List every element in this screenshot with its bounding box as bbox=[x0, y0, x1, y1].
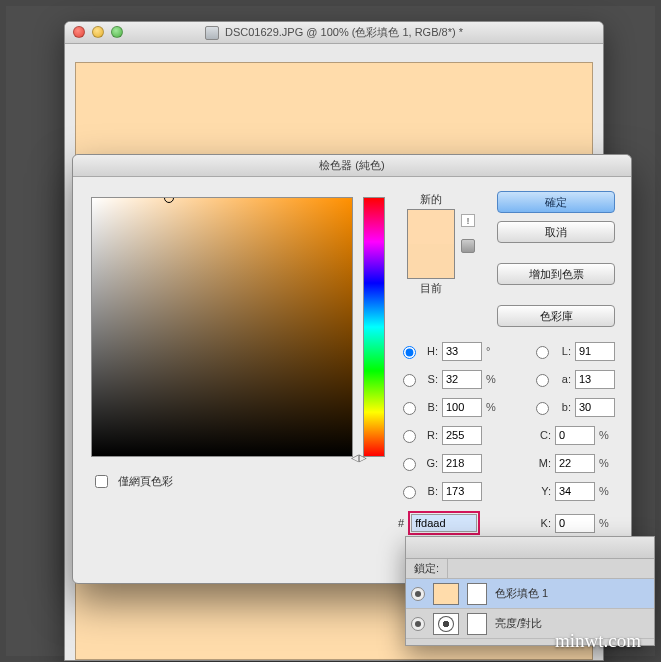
web-colors-only-input[interactable] bbox=[95, 475, 108, 488]
radio-h[interactable] bbox=[403, 346, 416, 359]
input-s[interactable] bbox=[442, 370, 482, 389]
color-field[interactable] bbox=[91, 197, 353, 457]
unit-m: % bbox=[599, 457, 615, 469]
radio-r[interactable] bbox=[403, 430, 416, 443]
unit-y: % bbox=[599, 485, 615, 497]
input-g[interactable] bbox=[442, 454, 482, 473]
label-m: M: bbox=[533, 457, 551, 469]
web-colors-only-label: 僅網頁色彩 bbox=[118, 474, 173, 489]
hue-slider-arrows-icon: ◁▷ bbox=[351, 452, 367, 463]
input-r[interactable] bbox=[442, 426, 482, 445]
hex-highlight-box bbox=[408, 511, 480, 535]
hex-label: # bbox=[398, 517, 404, 529]
layer-visibility-toggle[interactable] bbox=[411, 617, 425, 631]
unit-k: % bbox=[599, 517, 615, 529]
layers-lock-label: 鎖定: bbox=[414, 561, 439, 576]
input-y[interactable] bbox=[555, 482, 595, 501]
label-c: C: bbox=[533, 429, 551, 441]
input-c[interactable] bbox=[555, 426, 595, 445]
web-colors-only-checkbox[interactable]: 僅網頁色彩 bbox=[91, 472, 173, 491]
label-bri: B: bbox=[420, 401, 438, 413]
radio-s[interactable] bbox=[403, 374, 416, 387]
layers-panel-header[interactable] bbox=[406, 537, 654, 559]
websafe-warning-icon[interactable] bbox=[461, 239, 475, 253]
input-h[interactable] bbox=[442, 342, 482, 361]
layer-thumbnail[interactable] bbox=[433, 583, 459, 605]
label-s: S: bbox=[420, 373, 438, 385]
label-b: b: bbox=[553, 401, 571, 413]
layer-name[interactable]: 亮度/對比 bbox=[495, 616, 649, 631]
input-hex[interactable] bbox=[411, 514, 477, 532]
input-bri[interactable] bbox=[442, 398, 482, 417]
color-picker-dialog: 檢色器 (純色) ◁▷ 僅網頁色彩 新的 目前 bbox=[72, 154, 632, 584]
label-L: L: bbox=[553, 345, 571, 357]
layer-row[interactable]: 色彩填色 1 bbox=[406, 579, 654, 609]
layers-panel-toolbar: 鎖定: bbox=[406, 559, 654, 579]
document-title: DSC01629.JPG @ 100% (色彩填色 1, RGB/8*) * bbox=[225, 25, 463, 40]
layer-thumbnail[interactable] bbox=[433, 613, 459, 635]
document-titlebar[interactable]: DSC01629.JPG @ 100% (色彩填色 1, RGB/8*) * bbox=[65, 22, 603, 44]
input-b[interactable] bbox=[575, 398, 615, 417]
radio-bl[interactable] bbox=[403, 486, 416, 499]
input-bl[interactable] bbox=[442, 482, 482, 501]
input-a[interactable] bbox=[575, 370, 615, 389]
hue-slider[interactable] bbox=[363, 197, 385, 457]
label-y: Y: bbox=[533, 485, 551, 497]
color-swatch-current[interactable] bbox=[408, 244, 454, 278]
window-close-button[interactable] bbox=[73, 26, 85, 38]
radio-a[interactable] bbox=[536, 374, 549, 387]
color-swatch-new[interactable] bbox=[408, 210, 454, 244]
window-minimize-button[interactable] bbox=[92, 26, 104, 38]
radio-g[interactable] bbox=[403, 458, 416, 471]
color-swatch bbox=[407, 209, 455, 279]
label-g: G: bbox=[420, 457, 438, 469]
radio-b[interactable] bbox=[536, 402, 549, 415]
watermark-text: minwt.com bbox=[555, 630, 641, 652]
layer-name[interactable]: 色彩填色 1 bbox=[495, 586, 649, 601]
input-L[interactable] bbox=[575, 342, 615, 361]
window-traffic-lights bbox=[73, 26, 123, 38]
radio-bri[interactable] bbox=[403, 402, 416, 415]
label-bl: B: bbox=[420, 485, 438, 497]
layer-mask-thumbnail[interactable] bbox=[467, 583, 487, 605]
label-h: H: bbox=[420, 345, 438, 357]
add-to-swatches-button[interactable]: 增加到色票 bbox=[497, 263, 615, 285]
document-proxy-icon[interactable] bbox=[205, 26, 219, 40]
color-picker-titlebar[interactable]: 檢色器 (純色) bbox=[73, 155, 631, 177]
layer-visibility-toggle[interactable] bbox=[411, 587, 425, 601]
unit-h: ° bbox=[486, 345, 502, 357]
window-zoom-button[interactable] bbox=[111, 26, 123, 38]
label-k: K: bbox=[533, 517, 551, 529]
input-m[interactable] bbox=[555, 454, 595, 473]
radio-L[interactable] bbox=[536, 346, 549, 359]
cancel-button[interactable]: 取消 bbox=[497, 221, 615, 243]
gamut-warning-icon[interactable] bbox=[461, 214, 475, 227]
label-new: 新的 bbox=[401, 192, 461, 207]
layer-mask-thumbnail[interactable] bbox=[467, 613, 487, 635]
ok-button[interactable]: 確定 bbox=[497, 191, 615, 213]
label-a: a: bbox=[553, 373, 571, 385]
unit-c: % bbox=[599, 429, 615, 441]
unit-bri: % bbox=[486, 401, 502, 413]
input-k[interactable] bbox=[555, 514, 595, 533]
label-current: 目前 bbox=[401, 281, 461, 296]
brightness-adjust-icon bbox=[439, 617, 453, 631]
color-libraries-button[interactable]: 色彩庫 bbox=[497, 305, 615, 327]
label-r: R: bbox=[420, 429, 438, 441]
unit-s: % bbox=[486, 373, 502, 385]
color-picker-title: 檢色器 (純色) bbox=[319, 158, 384, 173]
